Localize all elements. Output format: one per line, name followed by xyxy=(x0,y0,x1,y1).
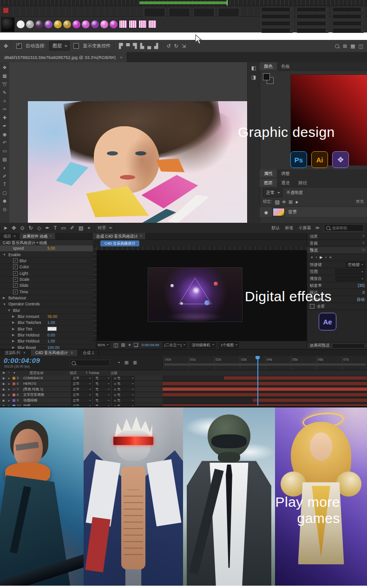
blend-mode-select[interactable]: 正常 xyxy=(71,381,92,386)
auto-select-dropdown[interactable]: 图层 xyxy=(49,41,70,51)
search-icon[interactable] xyxy=(335,44,339,48)
tab-composition[interactable]: 合成 C4D 音乐风格设计 ≡ xyxy=(93,233,146,239)
play-from-dropdown[interactable] xyxy=(335,276,365,281)
c4d-material-sphere[interactable] xyxy=(17,20,25,28)
align-icon[interactable]: ▙ xyxy=(140,43,144,49)
ae-tool-icon[interactable]: ⌖ xyxy=(87,225,90,231)
c4d-material-sphere[interactable] xyxy=(72,20,80,28)
layer-color-chip[interactable] xyxy=(13,377,15,380)
layer-thumbnail[interactable] xyxy=(273,208,285,216)
timeline-icon[interactable]: ≣ xyxy=(133,360,137,366)
eye-icon[interactable]: ◉ xyxy=(1,388,6,391)
lock-icon[interactable]: ⊞ xyxy=(288,199,293,205)
c4d-coordinate-field[interactable] xyxy=(296,14,328,19)
brush-tool[interactable]: ✒ xyxy=(1,123,8,129)
layer-color-chip[interactable] xyxy=(13,399,15,402)
checkbox[interactable]: ✓ xyxy=(13,265,18,269)
twirl-icon[interactable]: ▸ xyxy=(7,388,11,391)
timeline-icon[interactable]: ⊞ xyxy=(125,360,129,366)
gradient-tool[interactable]: ▧ xyxy=(1,156,8,163)
fullscreen-checkbox[interactable] xyxy=(310,304,315,309)
align-icon[interactable]: ▜ xyxy=(133,43,137,49)
ae-tool-icon[interactable]: ▧ xyxy=(79,225,83,231)
setting-value[interactable]: 自动 xyxy=(357,296,365,303)
effect-row[interactable]: ▶Blur Amount36.00 xyxy=(0,314,93,320)
workspace-item[interactable]: 标准 xyxy=(285,225,294,231)
panel-menu-icon[interactable]: ≡ xyxy=(50,233,52,239)
panel-menu-icon[interactable]: ≡ xyxy=(71,349,73,356)
hand-tool[interactable]: ✽ xyxy=(1,198,8,205)
blend-mode-select[interactable]: 正常 xyxy=(71,387,92,392)
timeline-layer-row[interactable]: ◉▸9动感模糊正常无无 xyxy=(0,398,163,403)
panel-menu-icon[interactable]: ≡ xyxy=(140,233,143,239)
c4d-material-sphere[interactable] xyxy=(82,20,90,28)
c4d-coordinate-field[interactable] xyxy=(332,21,364,26)
transport-button[interactable]: « xyxy=(311,255,313,259)
move-tool[interactable]: ✥ xyxy=(1,64,8,71)
magnification-dropdown[interactable]: 50% xyxy=(96,342,110,348)
checkbox[interactable]: ✓ xyxy=(13,277,18,282)
twirl-icon[interactable]: ▶ xyxy=(12,315,16,318)
transport-button[interactable]: ▶ xyxy=(320,255,322,259)
parent-select[interactable]: 无 xyxy=(112,376,135,381)
transport-button[interactable]: » xyxy=(329,255,331,259)
c4d-material-sphere[interactable] xyxy=(45,20,52,28)
resolution-dropdown[interactable]: (二分之一) xyxy=(163,342,187,348)
effect-value[interactable]: 100.00 xyxy=(47,345,59,349)
timeline-header-icon[interactable]: ◉ xyxy=(2,371,5,375)
tab-effect-controls[interactable]: 效果控件 动感 ≡ xyxy=(20,233,56,239)
effect-row[interactable]: ✓Slide xyxy=(0,283,93,289)
camera-dropdown[interactable]: 活动摄像机 xyxy=(190,342,216,348)
checkbox[interactable]: ✓ xyxy=(13,290,18,294)
effect-row[interactable]: ▶Blur Boost100.00 xyxy=(0,345,93,349)
effect-value[interactable]: 36.00 xyxy=(47,314,57,319)
layer-color-chip[interactable] xyxy=(13,394,15,396)
layer-duration-bar[interactable] xyxy=(163,382,367,385)
c4d-material-preview[interactable] xyxy=(1,18,14,32)
ae-tool-icon[interactable]: ✒ xyxy=(45,225,49,231)
eyedropper-tool[interactable]: ✑ xyxy=(1,106,8,113)
view-layout-dropdown[interactable]: 1个视图 xyxy=(219,342,239,348)
twirl-icon[interactable]: ▼ xyxy=(3,303,7,306)
eye-icon[interactable]: ◉ xyxy=(1,376,6,380)
trkmat-select[interactable]: 无 xyxy=(93,398,111,403)
layer-duration-bar[interactable] xyxy=(253,399,367,402)
timeline-layer-row[interactable]: ◉▸6HERO'S正常无无 xyxy=(0,381,163,387)
effect-value[interactable]: 0.00 xyxy=(47,333,55,337)
pen-tool[interactable]: ✐ xyxy=(1,173,8,180)
c4d-material-sphere[interactable] xyxy=(26,20,34,28)
c4d-coordinate-field[interactable] xyxy=(261,21,293,26)
c4d-material-swatch[interactable] xyxy=(129,20,137,28)
parent-select[interactable]: 无 xyxy=(112,381,135,386)
illustrator-app-icon[interactable]: Ai xyxy=(311,151,328,168)
twirl-icon[interactable]: ▶ xyxy=(12,333,16,337)
timeline-search-input[interactable] xyxy=(70,360,110,366)
twirl-icon[interactable]: ▶ xyxy=(12,327,16,331)
viewport-icon[interactable]: ◫ xyxy=(113,342,118,348)
twirl-icon[interactable]: ▼ xyxy=(7,309,11,312)
checkbox[interactable]: ✓ xyxy=(13,271,18,276)
ae-tool-icon[interactable]: ▭ xyxy=(61,225,66,231)
close-icon[interactable]: × xyxy=(120,55,123,60)
document-tab[interactable]: d8abf157882315.59e76a9285752.jpg @ 33.3%… xyxy=(0,52,127,62)
ae-tool-icon[interactable]: ◇ xyxy=(37,225,41,231)
effect-row[interactable]: ▼Blur xyxy=(0,307,93,313)
workspace-overflow-icon[interactable]: ≫ xyxy=(315,226,320,230)
parent-select[interactable]: 无 xyxy=(112,398,135,403)
workspace-item[interactable]: 默认 xyxy=(272,225,280,231)
ae-tool-icon[interactable]: ⊙ xyxy=(20,225,24,231)
c4d-coordinate-field[interactable] xyxy=(296,21,328,26)
eraser-tool[interactable]: ▭ xyxy=(1,148,8,155)
effect-value[interactable]: 5.00 xyxy=(47,246,55,251)
viewport-icon[interactable]: ⌖ xyxy=(128,342,131,348)
c4d-material-sphere[interactable] xyxy=(35,20,43,28)
checkbox[interactable]: ✓ xyxy=(13,258,18,263)
tab-color[interactable]: 颜色 xyxy=(260,62,277,71)
ae-tool-icon[interactable]: ➤ xyxy=(3,225,7,231)
eye-icon[interactable]: ◉ xyxy=(1,399,6,402)
effect-row[interactable]: ✓Light xyxy=(0,270,93,276)
audio-panel-tab[interactable]: 音频 ≡ xyxy=(307,240,367,247)
twirl-icon[interactable]: ▸ xyxy=(7,382,11,386)
queue-tab[interactable]: 合成 1 xyxy=(78,349,99,356)
c4d-material-swatch[interactable] xyxy=(138,20,147,28)
